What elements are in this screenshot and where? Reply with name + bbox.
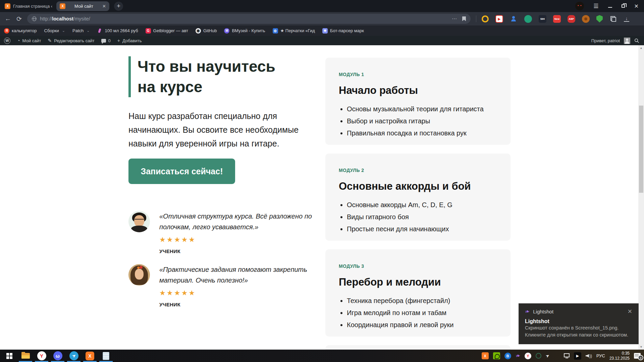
tray-network-icon[interactable] xyxy=(564,353,570,357)
testimonial-role: УЧЕНИК xyxy=(159,302,312,307)
shop-favicon-icon: ◎ xyxy=(273,28,278,34)
scrollbar-thumb[interactable] xyxy=(639,106,643,193)
windows-logo-icon xyxy=(6,353,12,359)
wp-logo[interactable]: W xyxy=(4,38,10,44)
plus-icon: + xyxy=(117,38,120,43)
close-button[interactable]: ✕ xyxy=(634,3,639,9)
extension-new-icon[interactable]: New xyxy=(553,15,561,23)
new-tab-button[interactable]: + xyxy=(114,2,123,11)
module-label: МОДУЛЬ 1 xyxy=(339,72,497,77)
course-intro-column: Что вы научитесь на курсе Наш курс разра… xyxy=(128,56,316,307)
github-favicon-icon: ◉ xyxy=(196,28,201,34)
page-scrollbar[interactable]: ▲ ▼ xyxy=(638,45,644,350)
extension-profile-icon[interactable] xyxy=(510,15,518,23)
reload-icon[interactable]: ⟳ xyxy=(16,15,22,23)
module-card-3: МОДУЛЬ 3 Перебор и мелодии Техника переб… xyxy=(325,249,511,337)
extension-brown-icon[interactable] xyxy=(582,15,590,23)
date: 23.12.2025 xyxy=(609,356,630,361)
extension-adblock-icon[interactable]: ABP xyxy=(568,15,575,23)
tray-nvidia-icon[interactable] xyxy=(493,352,500,359)
student-avatar xyxy=(128,211,150,232)
extensions-stack-icon[interactable] xyxy=(609,15,617,23)
back-icon[interactable]: ← xyxy=(5,15,11,22)
bookmark-github[interactable]: ◉GitHub xyxy=(196,28,217,34)
module-topic: Основные аккорды Am, C, D, E, G xyxy=(347,201,497,209)
tab-mysite[interactable]: X Мой сайт ✕ xyxy=(56,1,109,11)
tray-lightshot-icon[interactable]: ❧ xyxy=(515,352,521,360)
tray-bluetooth-icon[interactable]: B xyxy=(504,353,511,359)
bookmark-vmuzey[interactable]: MВМузей - Купить xyxy=(224,28,265,34)
student-avatar xyxy=(128,264,150,286)
tray-xampp-icon[interactable]: X xyxy=(482,352,489,359)
maximize-button[interactable] xyxy=(622,4,625,8)
start-button[interactable] xyxy=(1,350,17,362)
wp-add-new[interactable]: +Добавить xyxy=(117,38,142,43)
tray-volume-icon[interactable]: )) xyxy=(586,354,592,358)
bookmark-100ml[interactable]: 100 мл 2664 руб xyxy=(97,28,138,34)
module-topic: Основы музыкальной теории для гитариста xyxy=(347,105,497,113)
address-bar[interactable]: http://localhost/mysite/ ⋯ xyxy=(27,14,471,24)
tray-ring-icon[interactable] xyxy=(536,353,541,359)
module-card-2: МОДУЛЬ 2 Основные аккорды и бой Основные… xyxy=(325,154,511,241)
taskbar-explorer[interactable] xyxy=(17,350,34,362)
bookmarks-bar: Якалькулятор Сборки⌄ Patch⌄ 100 мл 2664 … xyxy=(0,25,644,36)
notification-app-name: Lightshot xyxy=(533,309,553,314)
taskbar-xampp[interactable]: X xyxy=(82,350,98,362)
testimonial-role: УЧЕНИК xyxy=(159,248,312,254)
browser-profile-avatar[interactable] xyxy=(575,2,584,10)
user-avatar[interactable] xyxy=(624,38,630,44)
chevron-down-icon: ⌄ xyxy=(87,28,90,33)
bookmark-calculator[interactable]: Якалькулятор xyxy=(4,28,37,34)
bookmark-perchatki[interactable]: ◎★ Перчатки «Гид xyxy=(273,28,315,34)
wp-account-area: Привет, patriot xyxy=(591,38,640,44)
bookmark-icon[interactable] xyxy=(462,16,466,21)
browser-window: X Главная страница ‹ Шабл X Мой сайт ✕ +… xyxy=(0,0,644,362)
notification-close-icon[interactable]: ✕ xyxy=(628,308,632,315)
tray-telegram-icon[interactable]: ➤ xyxy=(545,353,550,359)
bookmark-folder-sborki[interactable]: Сборки⌄ xyxy=(44,28,65,33)
module-topic: Виды гитарного боя xyxy=(347,213,497,221)
extension-sih-icon[interactable]: SIH xyxy=(539,15,546,23)
module-label: МОДУЛЬ 2 xyxy=(339,168,497,173)
tab-close-icon[interactable]: ✕ xyxy=(102,4,106,9)
xampp-favicon-icon: X xyxy=(60,3,65,9)
module-topic: Игра мелодий по нотам и табам xyxy=(347,309,497,317)
extension-video-downloader-icon[interactable]: ▶ xyxy=(495,15,503,23)
telegram-icon: ➤ xyxy=(69,351,78,360)
menu-icon[interactable]: ☰ xyxy=(593,3,598,10)
lightshot-feather-icon: ❧ xyxy=(524,308,531,316)
language-indicator[interactable]: РУС xyxy=(596,353,605,358)
wp-greeting[interactable]: Привет, patriot xyxy=(591,38,620,43)
tray-yandex-icon[interactable]: Y xyxy=(525,353,531,359)
downloads-icon[interactable]: ↓ xyxy=(624,16,629,22)
taskbar-yandex-browser[interactable]: Y xyxy=(34,350,50,362)
bookmark-bot-parser[interactable]: ❄Бот-парсер марк xyxy=(322,28,364,34)
lipstick-favicon-icon xyxy=(97,28,102,34)
scroll-up-icon[interactable]: ▲ xyxy=(638,46,644,50)
minimize-button[interactable] xyxy=(608,7,612,8)
more-actions-icon[interactable]: ⋯ xyxy=(452,16,457,22)
tab-bar: X Главная страница ‹ Шабл X Мой сайт ✕ +… xyxy=(0,0,644,12)
wp-edit-site[interactable]: ✎Редактировать сайт xyxy=(48,38,95,43)
tray-widgets-icon[interactable] xyxy=(554,353,559,359)
bookmark-folder-patch[interactable]: Patch⌄ xyxy=(72,28,90,33)
bookmark-getblogger[interactable]: GGetblogger — авт xyxy=(146,28,188,34)
search-icon[interactable] xyxy=(634,38,639,43)
taskbar-notepad[interactable] xyxy=(98,350,114,362)
extension-shield-icon[interactable] xyxy=(596,15,603,22)
enroll-button[interactable]: Записаться сейчас! xyxy=(128,159,235,184)
taskbar-telegram[interactable]: ➤ xyxy=(66,350,82,362)
taskbar-clock[interactable]: 0:3523.12.2025 xyxy=(609,351,630,361)
lightshot-notification[interactable]: ❧ Lightshot ✕ Lightshot Скриншот сохранё… xyxy=(519,303,639,344)
wp-comments[interactable]: 0 xyxy=(101,38,111,43)
taskbar-discord[interactable]: ω xyxy=(50,350,66,362)
folder-icon xyxy=(21,353,30,359)
extension-ring-icon[interactable] xyxy=(482,15,489,22)
extension-teal-icon[interactable] xyxy=(524,15,532,23)
tab-home[interactable]: X Главная страница ‹ Шабл xyxy=(0,3,54,9)
wp-my-site[interactable]: ◔Мой сайт xyxy=(17,38,41,43)
tray-play-icon[interactable]: ▶ xyxy=(574,352,581,360)
notification-line2: Кликните для открытия папки со скриншото… xyxy=(525,331,632,339)
notification-center-icon[interactable]: 9 xyxy=(634,353,641,359)
scroll-down-icon[interactable]: ▼ xyxy=(638,345,644,349)
